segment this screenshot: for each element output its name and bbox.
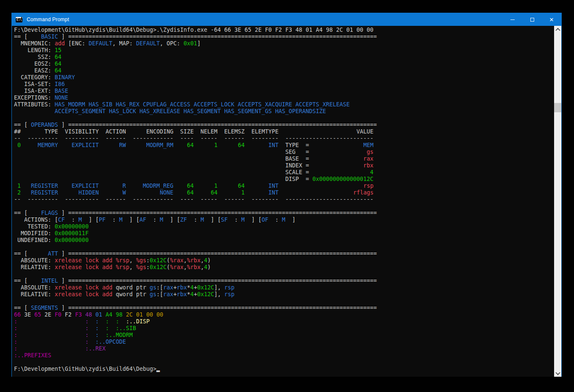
terminal-line: TESTED: 0x00000000 <box>14 223 551 230</box>
terminal-line: : :..REX <box>14 345 551 352</box>
window-title: Command Prompt <box>27 17 69 22</box>
terminal-line: F:\Development\GitHub\zydis\Build64\Debu… <box>14 27 551 33</box>
terminal-line: ACTIONS: [CF : M ] [PF : M ] [AF : M ] [… <box>14 217 551 223</box>
terminal-line: == [ FLAGS ] ===========================… <box>14 210 551 217</box>
scrollbar-thumb[interactable] <box>554 103 561 112</box>
terminal-line: == [ BASIC ] ===========================… <box>14 33 551 40</box>
terminal-line: 66 3E 65 2E F0 F2 F3 48 01 A4 98 2C 01 0… <box>14 311 551 318</box>
terminal-line: : : : :..MODRM <box>14 332 551 339</box>
terminal-line: 2 REGISTER HIDDEN W NONE 64 64 1 INT rfl… <box>14 189 551 196</box>
scroll-up-button[interactable] <box>554 26 561 33</box>
terminal-line: RELATIVE: xrelease lock add %rsp, %gs:0x… <box>14 264 551 271</box>
scrollbar[interactable] <box>554 26 561 377</box>
terminal-line <box>14 298 551 305</box>
terminal-line: EASZ: 64 <box>14 67 551 74</box>
terminal-line: DISP = 0x000000000000012C <box>14 176 551 183</box>
terminal-line: MODIFIED: 0x0000011F <box>14 230 551 237</box>
chevron-down-icon <box>555 370 560 375</box>
cmd-icon[interactable]: C:\ <box>16 17 22 22</box>
text-cursor: ▂ <box>156 366 160 372</box>
terminal-line <box>14 115 551 122</box>
terminal-line: ## TYPE VISIBILITY ACTION ENCODING SIZE … <box>14 128 551 135</box>
terminal-line: INDEX = rbx <box>14 162 551 169</box>
terminal-line: EOSZ: 64 <box>14 61 551 67</box>
terminal-line: : : : : : :..DISP <box>14 318 551 325</box>
terminal-line: SCALE = 4 <box>14 169 551 176</box>
terminal-line: MNEMONIC: add [ENC: DEFAULT, MAP: DEFAUL… <box>14 40 551 47</box>
close-icon: ✕ <box>549 17 554 22</box>
terminal-line: SSZ: 64 <box>14 54 551 61</box>
close-button[interactable]: ✕ <box>542 13 561 26</box>
terminal-window: C:\ Command Prompt ✕ F:\Development\GitH… <box>11 13 562 377</box>
terminal-line: : : : : :..SIB <box>14 325 551 332</box>
title-bar[interactable]: C:\ Command Prompt ✕ <box>12 13 561 26</box>
maximize-icon <box>530 18 534 22</box>
terminal-line: :..PREFIXES <box>14 352 551 359</box>
terminal-line: -- --------- ---------- ------ ---------… <box>14 196 551 203</box>
terminal-line: -- --------- ---------- ------ ---------… <box>14 135 551 142</box>
terminal-line: == [ INTEL ] ===========================… <box>14 278 551 284</box>
terminal-line <box>14 203 551 210</box>
terminal-line: SEG = gs <box>14 149 551 156</box>
terminal-line: UNDEFINED: 0x00000000 <box>14 237 551 244</box>
terminal-line: ABSOLUTE: xrelease lock add qword ptr gs… <box>14 284 551 291</box>
terminal-output[interactable]: F:\Development\GitHub\zydis\Build64\Debu… <box>12 26 561 373</box>
terminal-line: == [ ATT ] =============================… <box>14 250 551 257</box>
terminal-line: : : :..OPCODE <box>14 339 551 345</box>
terminal-line: LENGTH: 15 <box>14 47 551 54</box>
scroll-down-button[interactable] <box>554 370 561 377</box>
terminal-line: RELATIVE: xrelease lock add qword ptr gs… <box>14 291 551 298</box>
terminal-line: == [ SEGMENTS ] ========================… <box>14 305 551 311</box>
terminal-line: CATEGORY: BINARY <box>14 74 551 81</box>
terminal-line: ISA-EXT: BASE <box>14 88 551 95</box>
terminal-line: ACCEPTS_SEGMENT HAS_LOCK HAS_XRELEASE HA… <box>14 108 551 115</box>
maximize-button[interactable] <box>522 13 542 26</box>
terminal-line: == [ OPERANDS ] ========================… <box>14 122 551 128</box>
chevron-up-icon <box>555 28 560 32</box>
terminal-line: EXCEPTIONS: NONE <box>14 95 551 101</box>
terminal-line: ISA-SET: I86 <box>14 81 551 88</box>
terminal-line: BASE = rax <box>14 156 551 162</box>
terminal-line: 1 REGISTER EXPLICIT R MODRM_REG 64 1 64 … <box>14 183 551 189</box>
terminal-line <box>14 359 551 366</box>
console-area[interactable]: F:\Development\GitHub\zydis\Build64\Debu… <box>12 26 561 377</box>
terminal-line: F:\Development\GitHub\zydis\Build64\Debu… <box>14 366 551 373</box>
terminal-line: ATTRIBUTES: HAS_MODRM HAS_SIB HAS_REX CP… <box>14 101 551 108</box>
minimize-button[interactable] <box>503 13 522 26</box>
minimize-icon <box>510 19 515 20</box>
terminal-line: 0 MEMORY EXPLICIT RW MODRM_RM 64 1 64 IN… <box>14 142 551 149</box>
terminal-line: ABSOLUTE: xrelease lock add %rsp, %gs:0x… <box>14 257 551 264</box>
terminal-line <box>14 244 551 250</box>
terminal-line <box>14 271 551 278</box>
